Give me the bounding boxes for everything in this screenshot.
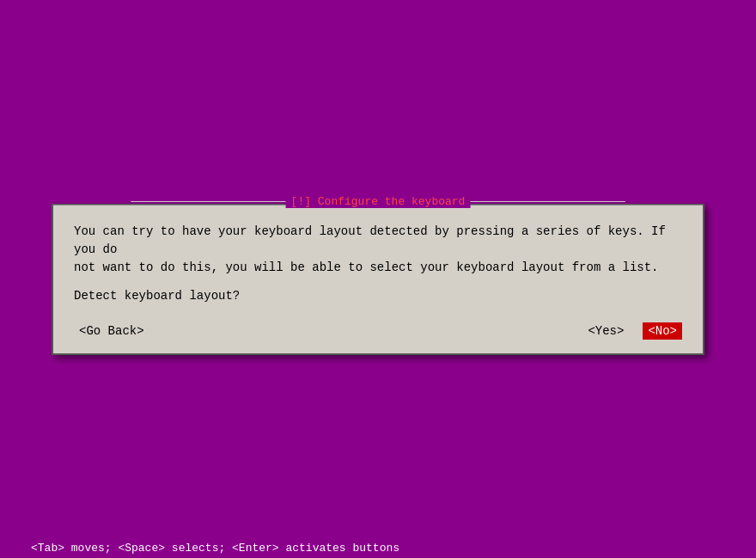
button-row: <Go Back> <Yes> <No> [74, 322, 682, 340]
detect-question: Detect keyboard layout? [74, 287, 682, 305]
dialog-box: You can try to have your keyboard layout… [52, 204, 704, 355]
body-text: You can try to have your keyboard layout… [74, 223, 682, 277]
status-bar: <Tab> moves; <Space> selects; <Enter> ac… [0, 538, 756, 558]
body-line2: not want to do this, you will be able to… [74, 261, 659, 274]
yes-button[interactable]: <Yes> [582, 322, 629, 340]
body-line1: You can try to have your keyboard layout… [74, 224, 666, 256]
status-bar-text: <Tab> moves; <Space> selects; <Enter> ac… [31, 542, 399, 555]
main-screen: [!] Configure the keyboard You can try t… [0, 0, 756, 558]
title-line-left [131, 201, 286, 202]
dialog-title-bar: [!] Configure the keyboard [131, 195, 625, 208]
button-right-group: <Yes> <No> [582, 322, 682, 340]
go-back-button[interactable]: <Go Back> [74, 322, 149, 340]
button-left-group: <Go Back> [74, 322, 149, 340]
no-button[interactable]: <No> [643, 322, 682, 340]
title-line-right [470, 201, 625, 202]
dialog-title: [!] Configure the keyboard [286, 195, 471, 208]
dialog-content: You can try to have your keyboard layout… [74, 223, 682, 340]
dialog-wrapper: [!] Configure the keyboard You can try t… [52, 204, 704, 355]
